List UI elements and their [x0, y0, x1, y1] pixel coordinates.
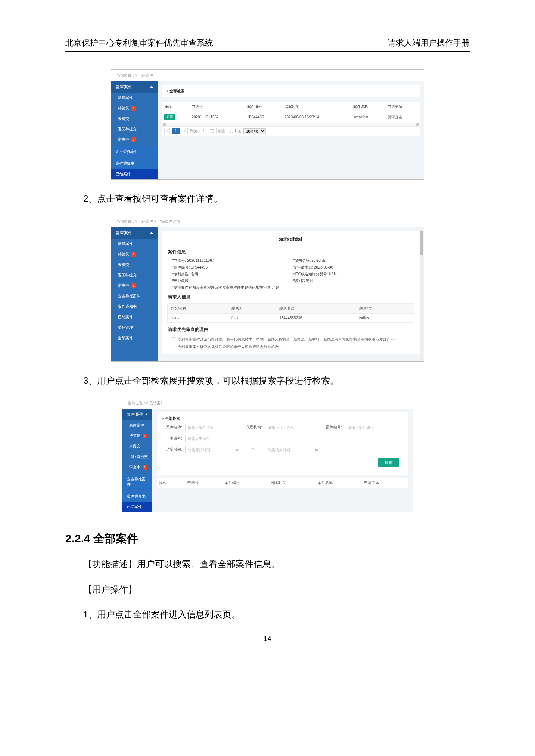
- sidebar: 复审案件 新建案件 待答复1 未提交 退回待提交 审查中1 企业委托案件 案件通…: [122, 409, 152, 512]
- paragraph-user-op: 【用户操作】: [65, 581, 470, 598]
- sidebar-item-closed-cases[interactable]: 已结案件: [111, 312, 158, 322]
- all-search-toggle[interactable]: 全部检索: [161, 416, 180, 421]
- sidebar-item-returned[interactable]: 退回待提交: [122, 452, 152, 462]
- screenshot-case-detail: 当前位置：> 已结案件 > 已结案件详情 复审案件 新建案件 待答复1 未提交 …: [111, 216, 424, 362]
- sidebar-item-corporate-entrusted[interactable]: 企业委托案件: [111, 146, 158, 157]
- checkbox-reason-2[interactable]: [172, 345, 175, 348]
- sidebar-item-unsubmitted[interactable]: 未提交: [111, 260, 158, 270]
- sidebar-header[interactable]: 复审案件: [122, 409, 152, 420]
- sidebar-item-new-case[interactable]: 新建案件: [111, 239, 158, 249]
- header-left: 北京保护中心专利复审案件优先审查系统: [65, 37, 213, 49]
- sidebar-item-case-notice[interactable]: 案件通知书: [111, 301, 158, 312]
- paragraph-step-2: 2、点击查看按钮可查看案件详情。: [65, 190, 470, 207]
- sidebar-item-case-notice[interactable]: 案件通知书: [122, 491, 152, 502]
- sidebar: 复审案件 新建案件 待答复1 未提交 退回待提交 审查中1 企业委托案件 案件通…: [111, 81, 158, 179]
- sidebar-item-returned[interactable]: 退回待提交: [111, 270, 158, 281]
- sidebar-item-case-notice[interactable]: 案件通知书: [111, 158, 158, 169]
- pager-page-current[interactable]: 1: [172, 128, 180, 134]
- sidebar-item-closed-cases[interactable]: 已结案件: [111, 169, 158, 179]
- sidebar-item-closed-cases[interactable]: 已结案件: [122, 502, 152, 512]
- section-heading-2-2-4: 2.2.4 全部案件: [65, 531, 470, 546]
- pager-confirm[interactable]: 确定: [216, 128, 227, 134]
- sidebar-item-new-case[interactable]: 新建案件: [111, 93, 158, 103]
- section-label-requester: 请求人信息: [168, 294, 414, 300]
- all-search-toggle[interactable]: 全部检索: [167, 89, 185, 93]
- badge: 1: [131, 252, 136, 257]
- main-panel: 全部检索 操作 申请号 案件编号 结案时间 案件名称 申请主体 查看: [158, 81, 424, 179]
- sidebar-item-entrust-manage[interactable]: 委托管理: [111, 322, 158, 333]
- sidebar-item-returned[interactable]: 退回待提交: [111, 124, 158, 134]
- sidebar-item-examining[interactable]: 审查中1: [111, 134, 158, 145]
- pager: < 1 > 到第 1 页 确定 共 1 条 10条/页: [162, 126, 420, 136]
- requester-table: 姓名/名称 联系人 联系电话 联系地址 dsfds fdsfd 15444555…: [167, 303, 414, 323]
- search-form: 案件名称: 请输入案件名称 代理机构: 请输入代理机构 案件编号: 请输入案件编…: [161, 421, 404, 457]
- sidebar-item-pending-reply[interactable]: 待答复1: [111, 249, 158, 260]
- sidebar-item-all-cases[interactable]: 全部案件: [111, 333, 158, 343]
- section-label-case-info: 案件信息: [168, 249, 414, 255]
- calendar-icon: ☷: [235, 447, 239, 455]
- sidebar-item-examining[interactable]: 审查中1: [122, 462, 152, 472]
- screenshot-closed-cases-list: 当前位置：> 已结案件 复审案件 新建案件 待答复1 未提交 退回待提交 审查中…: [111, 69, 424, 180]
- close-end-date-input[interactable]: 结案结束时间☷: [265, 446, 321, 453]
- reason-box: 专利复审案件涉及节能环保、新一代信息技术、生物、高端装备制造、新能源、新材料、新…: [167, 336, 414, 351]
- breadcrumb: 当前位置：> 已结案件: [122, 397, 413, 409]
- caret-up-icon: [150, 232, 153, 234]
- agency-input[interactable]: 请输入代理机构: [265, 424, 321, 431]
- screenshot-all-search-expanded: 当前位置：> 已结案件 复审案件 新建案件 待答复1 未提交 退回待提交 审查中…: [122, 397, 413, 512]
- badge: 1: [131, 137, 136, 142]
- case-no-input[interactable]: 请输入案件编号: [345, 424, 401, 431]
- case-name-input[interactable]: 请输入案件名称: [185, 424, 241, 431]
- section-label-reason: 请求优先审查的理由: [168, 326, 414, 333]
- calendar-icon: ☷: [315, 447, 318, 455]
- sidebar-item-unsubmitted[interactable]: 未提交: [122, 441, 152, 452]
- horizontal-scrollbar[interactable]: [162, 123, 420, 126]
- vertical-scrollbar[interactable]: [420, 229, 423, 360]
- paragraph-step-1: 1、用户点击全部案件进入信息列表页。: [65, 606, 470, 623]
- close-start-date-input[interactable]: 结案开始时间☷: [185, 446, 241, 453]
- result-table-header: 操作 申请号 案件编号 结案时间 案件名称 申请主体: [157, 478, 408, 488]
- pager-next[interactable]: >: [182, 128, 188, 134]
- sidebar-item-corporate-entrusted[interactable]: 企业委托案件: [111, 291, 158, 301]
- badge: 1: [131, 106, 136, 111]
- detail-title: sdfsdfdsf: [167, 232, 414, 247]
- caret-up-icon: [145, 413, 148, 415]
- sidebar-item-examining[interactable]: 审查中1: [111, 281, 158, 291]
- badge: 1: [131, 284, 136, 288]
- table-row: dsfds fdsfd 15444555236 fsdfds: [167, 313, 414, 322]
- breadcrumb: 当前位置：> 已结案件 > 已结案件详情: [111, 216, 424, 227]
- main-panel: sdfsdfdsf 案件信息 *申请号: 2020111211567 *发明名称…: [158, 227, 424, 361]
- sidebar-header-label: 复审案件: [116, 84, 132, 90]
- table-row: 查看 2020111211567 1F544455 2023-06-08 15:…: [162, 112, 420, 123]
- sidebar-item-pending-reply[interactable]: 待答复1: [111, 103, 158, 114]
- sidebar-item-pending-reply[interactable]: 待答复1: [122, 431, 152, 441]
- paragraph-step-3: 3、用户点击全部检索展开搜索项，可以根据搜索字段进行检索。: [65, 372, 470, 389]
- sidebar-header[interactable]: 复审案件: [111, 81, 158, 93]
- paragraph-func-desc: 【功能描述】用户可以搜索、查看全部案件信息。: [65, 555, 470, 573]
- checkbox-reason-1[interactable]: [172, 337, 175, 341]
- case-table: 操作 申请号 案件编号 结案时间 案件名称 申请主体 查看 2020111211…: [162, 102, 420, 123]
- sidebar-header[interactable]: 复审案件: [111, 227, 158, 239]
- header-right: 请求人端用户操作手册: [388, 37, 470, 49]
- doc-header: 北京保护中心专利复审案件优先审查系统 请求人端用户操作手册: [65, 37, 470, 52]
- breadcrumb: 当前位置：> 已结案件: [111, 70, 424, 81]
- badge: 1: [143, 434, 147, 438]
- main-panel: 全部检索 案件名称: 请输入案件名称 代理机构: 请输入代理机构 案件编号: 请…: [152, 409, 413, 512]
- sidebar: 复审案件 新建案件 待答复1 未提交 退回待提交 审查中1 企业委托案件 案件通…: [111, 227, 158, 361]
- pager-goto-input[interactable]: 1: [200, 128, 208, 134]
- badge: 1: [143, 465, 147, 470]
- sidebar-item-unsubmitted[interactable]: 未提交: [111, 114, 158, 124]
- sidebar-item-new-case[interactable]: 新建案件: [122, 420, 152, 431]
- caret-up-icon: [150, 86, 153, 88]
- pager-page-size[interactable]: 10条/页: [243, 128, 266, 134]
- app-no-input[interactable]: 请输入申请号: [185, 435, 241, 442]
- pager-prev[interactable]: <: [164, 128, 170, 134]
- sidebar-item-corporate-entrusted[interactable]: 企业委托案件: [122, 474, 152, 490]
- page-number: 14: [65, 635, 470, 643]
- search-button[interactable]: 搜索: [378, 458, 399, 467]
- view-button[interactable]: 查看: [164, 114, 175, 120]
